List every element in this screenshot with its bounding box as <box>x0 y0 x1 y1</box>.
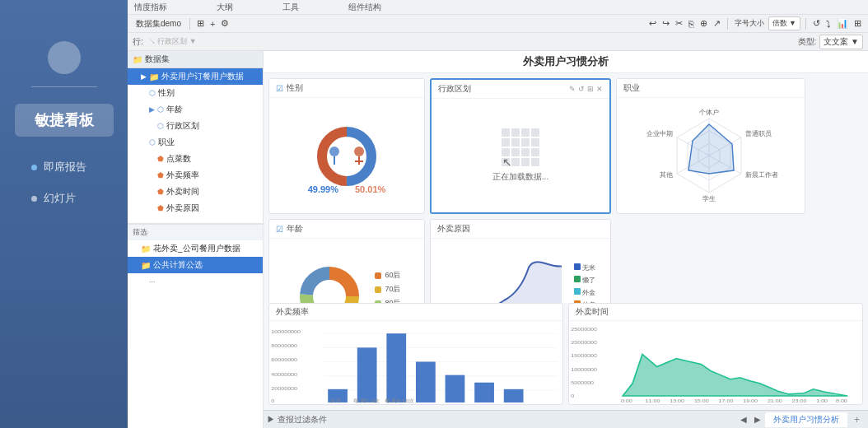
frequency-chart-content: 100000000 80000000 60000000 40000000 200… <box>269 321 562 404</box>
district-chart-actions: ✎ ↺ ⊞ ✕ <box>569 85 603 93</box>
refresh-icon[interactable]: ↺ <box>811 18 822 29</box>
tree-item-time[interactable]: ⬟ 外卖时间 <box>128 184 263 200</box>
nav-item-structure[interactable]: 组件结构 <box>348 2 381 13</box>
tab-add-btn[interactable]: + <box>849 412 865 427</box>
dim-icon-gender: ⬡ <box>149 89 156 97</box>
type-select[interactable]: 文文案 ▼ <box>819 35 863 49</box>
sidebar-item-slide[interactable]: 幻灯片 <box>15 184 114 212</box>
top-nav-bar: 情度指标 大纲 工具 组件结构 <box>128 0 868 15</box>
svg-text:19:00: 19:00 <box>743 398 758 402</box>
svg-text:无米: 无米 <box>582 264 595 272</box>
measure-icon-frequency: ⬟ <box>157 171 164 179</box>
bottom-charts: 外卖频率 100000000 80000000 60000000 4000000… <box>264 303 868 410</box>
svg-text:20000000: 20000000 <box>271 385 297 390</box>
redo-icon[interactable]: ↪ <box>660 18 671 29</box>
sidebar-item-report[interactable]: 即席报告 <box>15 153 114 181</box>
tree-section-item2[interactable]: 📁 公共计算公选 <box>128 257 263 273</box>
svg-text:其他: 其他 <box>660 171 673 179</box>
age-container: 60后 70后 80后 <box>269 239 424 303</box>
grid-icon[interactable]: ⊞ <box>195 18 206 29</box>
tree-item-gender[interactable]: ⬡ 性别 <box>128 85 263 101</box>
svg-rect-51 <box>386 333 406 402</box>
share-icon[interactable]: ⤵ <box>824 19 833 29</box>
tree-item-reason[interactable]: ⬟ 外卖原因 <box>128 200 263 216</box>
tree-item-age[interactable]: ▶ ⬡ 年龄 <box>128 101 263 118</box>
dataset-label: 数据集demo <box>133 18 184 30</box>
svg-text:17:00: 17:00 <box>719 398 734 402</box>
reason-chart-svg: 无米 懒了 外金 外者 <box>438 251 603 303</box>
svg-rect-50 <box>357 347 377 402</box>
svg-text:10000000: 10000000 <box>571 366 597 371</box>
district-chart-content: 正在加载数据... ↖ <box>432 99 609 212</box>
tree-section-sub[interactable]: ... <box>128 273 263 286</box>
report-filter-label: ▶ 查报过滤条件 <box>267 414 327 426</box>
tree-section-item1[interactable]: 📁 花外卖_公司餐用户数据 <box>128 240 263 257</box>
svg-text:5000000: 5000000 <box>571 379 594 384</box>
age-legend-dot-80 <box>375 300 381 304</box>
dim-icon-occupation: ⬡ <box>149 138 156 147</box>
add-icon[interactable]: + <box>208 19 217 29</box>
svg-text:100000000: 100000000 <box>271 329 301 334</box>
tree-item-main-folder[interactable]: ▶ 📁 外卖用户订餐用户数据 <box>128 68 263 85</box>
sidebar-divider <box>31 86 97 87</box>
occupation-chart-content: 个体户 普通职员 新晨工作者 学生 其他 企业中期 公务员 <box>617 98 805 213</box>
nav-item-outline[interactable]: 大纲 <box>217 2 233 13</box>
tree-item-frequency[interactable]: ⬟ 外卖频率 <box>128 167 263 184</box>
gender-chart-title: ☑ 性别 <box>269 79 424 98</box>
time-chart-card: 外卖时间 25000000 20000000 15000000 10000000… <box>568 303 863 405</box>
nav-item-tools[interactable]: 工具 <box>282 2 299 13</box>
toolbar-sep3 <box>805 18 806 30</box>
occupation-chart-title: 职业 <box>617 79 805 98</box>
folder-icon: 📁 <box>133 55 142 64</box>
gender-check-icon: ☑ <box>276 84 283 93</box>
age-legend-item-60: 60后 <box>375 270 400 281</box>
refresh2-icon[interactable]: ↺ <box>578 85 585 93</box>
measure-icon-orders: ⬟ <box>157 155 164 163</box>
edit-icon[interactable]: ✎ <box>569 85 576 93</box>
tree-section-item1-label: 花外卖_公司餐用户数据 <box>153 243 240 254</box>
expand-icon[interactable]: ⊞ <box>587 85 594 93</box>
svg-text:13:00: 13:00 <box>670 398 684 402</box>
tree-item-district[interactable]: ⬡ 行政区划 <box>128 118 263 134</box>
district-chart-card: 行政区划 ✎ ↺ ⊞ ✕ <box>430 78 611 214</box>
age-legend-item-70: 70后 <box>375 284 400 295</box>
svg-text:40000000: 40000000 <box>271 371 297 376</box>
svg-rect-32 <box>574 276 581 282</box>
add2-icon[interactable]: ⊕ <box>698 18 709 29</box>
svg-rect-52 <box>416 361 436 402</box>
layout-icon[interactable]: ⊞ <box>852 18 863 29</box>
tab-main[interactable]: 外卖用户习惯分析 <box>765 412 847 427</box>
tree-item-district-label: 行政区划 <box>166 120 199 132</box>
copy-icon[interactable]: ⎘ <box>687 19 696 29</box>
page-next-btn[interactable]: ▶ <box>752 415 763 424</box>
dashboard-title: 外卖用户习惯分析 <box>264 51 868 73</box>
svg-point-3 <box>329 147 339 156</box>
page-prev-btn[interactable]: ◀ <box>738 415 749 424</box>
settings-icon[interactable]: ⚙ <box>219 18 231 29</box>
female-percentage: 50.01% <box>355 184 385 194</box>
left-panel: 📁 数据集 ▶ 📁 外卖用户订餐用户数据 ⬡ 性别 ▶ ⬡ 年龄 <box>128 51 264 428</box>
export-icon[interactable]: ↗ <box>712 18 722 29</box>
nav-item-metrics[interactable]: 情度指标 <box>134 2 167 13</box>
charts-grid: ☑ 性别 <box>264 73 868 303</box>
tree-header: 📁 数据集 <box>128 51 263 68</box>
sidebar-item-kanban[interactable]: 敏捷看板 <box>15 104 114 137</box>
svg-text:0: 0 <box>271 398 274 402</box>
svg-rect-55 <box>504 389 524 402</box>
font-size-select[interactable]: 倍数 ▼ <box>768 16 800 30</box>
tree-item-orders[interactable]: ⬟ 点菜数 <box>128 151 263 167</box>
age-legend-dot-60 <box>375 272 381 279</box>
undo-icon[interactable]: ↩ <box>647 18 658 29</box>
main-area: 情度指标 大纲 工具 组件结构 数据集demo ⊞ + ⚙ ↩ ↪ ✂ ⎘ ⊕ … <box>128 0 868 428</box>
chart-icon[interactable]: 📊 <box>835 18 850 29</box>
svg-rect-34 <box>574 288 581 295</box>
tree-item-occupation[interactable]: ⬡ 职业 <box>128 134 263 151</box>
svg-text:60000000: 60000000 <box>271 357 297 362</box>
age-chart-card: ☑ 年龄 <box>268 219 425 303</box>
app-window: 数据集demo ⊞ + ⚙ ↩ ↪ ✂ ⎘ ⊕ ↗ 字号大小 倍数 ▼ ↺ ⤵ … <box>128 15 868 428</box>
row-filter-icon: ↘ 行政区划 ▼ <box>147 36 198 47</box>
svg-marker-17 <box>688 124 734 174</box>
close-icon[interactable]: ✕ <box>596 85 603 93</box>
main-folder-icon: 📁 <box>149 72 159 81</box>
cut-icon[interactable]: ✂ <box>674 18 684 29</box>
